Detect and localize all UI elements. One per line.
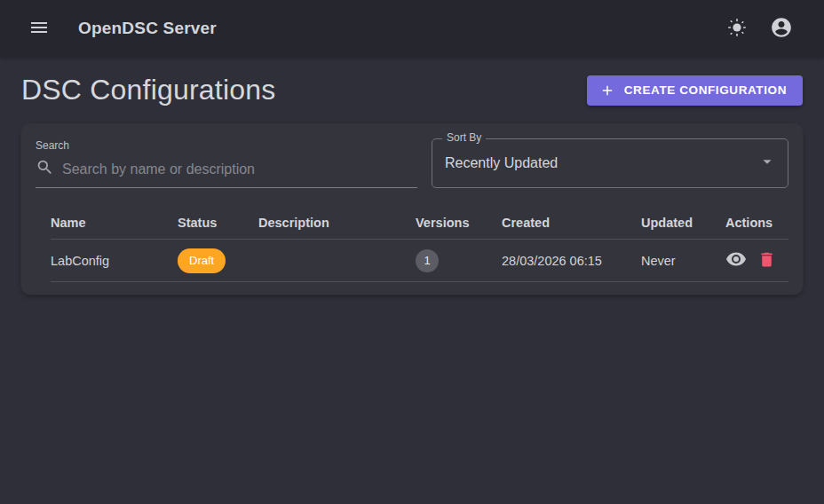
status-badge: Draft — [178, 248, 226, 273]
trash-icon — [757, 250, 776, 272]
sort-by-select[interactable]: Sort By Recently Updated — [432, 138, 788, 188]
page-header: DSC Configurations CREATE CONFIGURATION — [0, 57, 824, 124]
configurations-table: Name Status Description Versions Created… — [51, 207, 788, 282]
column-header-description: Description — [258, 216, 416, 230]
configurations-card: Search Sort By Recently Updated Name Sta… — [21, 124, 803, 295]
config-created-cell: 28/03/2026 06:15 — [502, 254, 641, 268]
create-configuration-button[interactable]: CREATE CONFIGURATION — [587, 75, 803, 106]
config-updated-cell: Never — [641, 254, 725, 268]
sun-icon — [726, 17, 748, 41]
column-header-created: Created — [502, 216, 641, 230]
filters-row: Search Sort By Recently Updated — [36, 138, 788, 188]
create-configuration-label: CREATE CONFIGURATION — [624, 83, 787, 97]
config-versions-cell: 1 — [416, 249, 502, 272]
menu-button[interactable] — [21, 11, 57, 46]
search-input[interactable] — [62, 161, 417, 177]
search-input-row — [36, 158, 417, 188]
config-actions-cell — [725, 248, 788, 272]
delete-configuration-button[interactable] — [757, 250, 776, 272]
plus-icon — [599, 83, 615, 98]
config-name-cell: LabConfig — [51, 254, 178, 268]
app-bar: OpenDSC Server — [0, 0, 824, 57]
column-header-name: Name — [51, 216, 178, 230]
eye-icon — [725, 248, 747, 272]
column-header-versions: Versions — [416, 216, 502, 230]
table-row: LabConfig Draft 1 28/03/2026 06:15 Never — [51, 240, 788, 282]
hamburger-menu-icon — [28, 17, 50, 41]
search-icon — [36, 158, 54, 180]
table-header-row: Name Status Description Versions Created… — [51, 207, 788, 240]
column-header-status: Status — [178, 216, 258, 230]
search-field-label: Search — [36, 139, 417, 152]
column-header-updated: Updated — [641, 216, 725, 230]
column-header-actions: Actions — [725, 216, 788, 230]
account-button[interactable] — [764, 11, 799, 46]
app-title: OpenDSC Server — [78, 19, 217, 38]
view-configuration-button[interactable] — [725, 248, 747, 272]
search-field: Search — [36, 138, 417, 188]
chevron-down-icon — [757, 152, 777, 175]
sort-by-value: Recently Updated — [445, 155, 558, 171]
sort-by-label: Sort By — [442, 131, 486, 144]
config-status-cell: Draft — [178, 248, 258, 273]
account-circle-icon — [770, 16, 793, 42]
page-title: DSC Configurations — [21, 74, 275, 106]
versions-count-badge: 1 — [416, 249, 439, 272]
theme-toggle-button[interactable] — [719, 11, 755, 46]
